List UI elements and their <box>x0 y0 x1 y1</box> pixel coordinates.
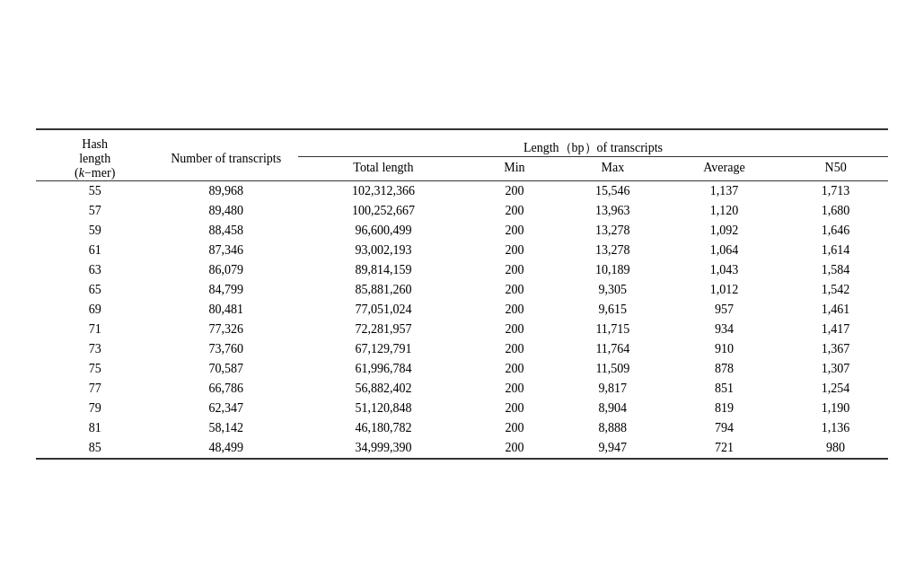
cell-max: 9,305 <box>560 280 665 300</box>
cell-hash: 61 <box>36 241 154 260</box>
cell-max: 9,947 <box>560 438 665 459</box>
cell-avg: 934 <box>665 320 783 339</box>
table-row: 63 86,079 89,814,159 200 10,189 1,043 1,… <box>36 260 888 280</box>
cell-avg: 721 <box>665 438 783 459</box>
cell-n50: 1,713 <box>783 181 888 202</box>
cell-hash: 69 <box>36 300 154 320</box>
cell-min: 200 <box>469 418 560 438</box>
cell-num: 77,326 <box>154 320 298 339</box>
header-hash-length: Hashlength(k−mer) <box>36 129 154 181</box>
cell-total: 102,312,366 <box>298 181 469 202</box>
cell-n50: 1,614 <box>783 241 888 260</box>
cell-min: 200 <box>469 241 560 260</box>
cell-max: 10,189 <box>560 260 665 280</box>
cell-min: 200 <box>469 379 560 399</box>
cell-n50: 1,461 <box>783 300 888 320</box>
cell-max: 9,817 <box>560 379 665 399</box>
cell-hash: 73 <box>36 339 154 359</box>
header-average: Average <box>665 156 783 180</box>
cell-num: 70,587 <box>154 359 298 379</box>
cell-min: 200 <box>469 221 560 241</box>
cell-avg: 819 <box>665 399 783 418</box>
cell-hash: 57 <box>36 201 154 221</box>
cell-total: 77,051,024 <box>298 300 469 320</box>
table-row: 73 73,760 67,129,791 200 11,764 910 1,36… <box>36 339 888 359</box>
cell-num: 58,142 <box>154 418 298 438</box>
cell-total: 51,120,848 <box>298 399 469 418</box>
cell-hash: 75 <box>36 359 154 379</box>
cell-min: 200 <box>469 399 560 418</box>
cell-n50: 1,367 <box>783 339 888 359</box>
cell-max: 13,278 <box>560 221 665 241</box>
cell-min: 200 <box>469 181 560 202</box>
cell-n50: 1,646 <box>783 221 888 241</box>
cell-hash: 81 <box>36 418 154 438</box>
cell-avg: 957 <box>665 300 783 320</box>
cell-n50: 1,307 <box>783 359 888 379</box>
cell-hash: 71 <box>36 320 154 339</box>
header-length-group: Length（bp）of transcripts <box>298 129 888 156</box>
table-row: 77 66,786 56,882,402 200 9,817 851 1,254 <box>36 379 888 399</box>
cell-hash: 55 <box>36 181 154 202</box>
cell-min: 200 <box>469 339 560 359</box>
cell-n50: 1,680 <box>783 201 888 221</box>
cell-total: 72,281,957 <box>298 320 469 339</box>
cell-num: 73,760 <box>154 339 298 359</box>
cell-total: 61,996,784 <box>298 359 469 379</box>
cell-n50: 1,190 <box>783 399 888 418</box>
table-wrapper: Hashlength(k−mer) Number of transcripts … <box>0 110 924 478</box>
cell-min: 200 <box>469 300 560 320</box>
cell-num: 66,786 <box>154 379 298 399</box>
cell-hash: 85 <box>36 438 154 459</box>
cell-total: 96,600,499 <box>298 221 469 241</box>
cell-num: 80,481 <box>154 300 298 320</box>
cell-max: 13,963 <box>560 201 665 221</box>
cell-max: 8,888 <box>560 418 665 438</box>
cell-avg: 1,092 <box>665 221 783 241</box>
cell-avg: 1,012 <box>665 280 783 300</box>
cell-avg: 1,120 <box>665 201 783 221</box>
cell-max: 15,546 <box>560 181 665 202</box>
cell-max: 11,509 <box>560 359 665 379</box>
table-row: 69 80,481 77,051,024 200 9,615 957 1,461 <box>36 300 888 320</box>
cell-avg: 910 <box>665 339 783 359</box>
table-row: 75 70,587 61,996,784 200 11,509 878 1,30… <box>36 359 888 379</box>
cell-num: 89,968 <box>154 181 298 202</box>
cell-min: 200 <box>469 320 560 339</box>
cell-avg: 1,043 <box>665 260 783 280</box>
cell-num: 62,347 <box>154 399 298 418</box>
cell-total: 89,814,159 <box>298 260 469 280</box>
cell-avg: 794 <box>665 418 783 438</box>
header-total-length: Total length <box>298 156 469 180</box>
table-row: 81 58,142 46,180,782 200 8,888 794 1,136 <box>36 418 888 438</box>
cell-n50: 980 <box>783 438 888 459</box>
cell-num: 84,799 <box>154 280 298 300</box>
cell-num: 86,079 <box>154 260 298 280</box>
cell-avg: 851 <box>665 379 783 399</box>
cell-num: 48,499 <box>154 438 298 459</box>
cell-total: 46,180,782 <box>298 418 469 438</box>
cell-avg: 1,137 <box>665 181 783 202</box>
cell-max: 8,904 <box>560 399 665 418</box>
cell-total: 56,882,402 <box>298 379 469 399</box>
cell-num: 87,346 <box>154 241 298 260</box>
table-row: 65 84,799 85,881,260 200 9,305 1,012 1,5… <box>36 280 888 300</box>
table-row: 85 48,499 34,999,390 200 9,947 721 980 <box>36 438 888 459</box>
table-row: 57 89,480 100,252,667 200 13,963 1,120 1… <box>36 201 888 221</box>
header-max: Max <box>560 156 665 180</box>
cell-num: 88,458 <box>154 221 298 241</box>
cell-avg: 1,064 <box>665 241 783 260</box>
cell-total: 85,881,260 <box>298 280 469 300</box>
cell-min: 200 <box>469 280 560 300</box>
header-n50: N50 <box>783 156 888 180</box>
cell-total: 67,129,791 <box>298 339 469 359</box>
cell-hash: 59 <box>36 221 154 241</box>
cell-min: 200 <box>469 359 560 379</box>
cell-min: 200 <box>469 201 560 221</box>
cell-max: 13,278 <box>560 241 665 260</box>
header-min: Min <box>469 156 560 180</box>
cell-n50: 1,417 <box>783 320 888 339</box>
header-num-transcripts: Number of transcripts <box>154 129 298 181</box>
cell-avg: 878 <box>665 359 783 379</box>
table-row: 71 77,326 72,281,957 200 11,715 934 1,41… <box>36 320 888 339</box>
